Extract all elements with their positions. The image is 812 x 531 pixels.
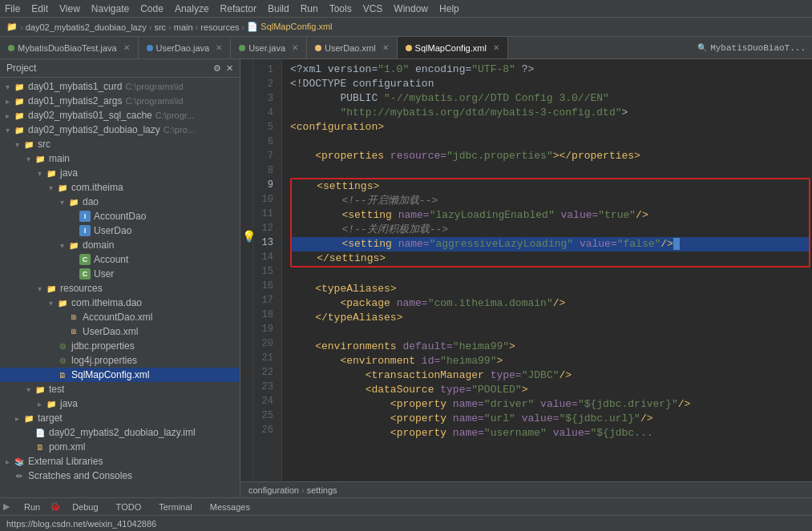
list-item[interactable]: ⚙ jdbc.properties <box>0 339 240 353</box>
item-label: log4j.properties <box>71 355 137 366</box>
right-tab-label[interactable]: MybatisDuoBiaoT... <box>710 43 806 53</box>
breadcrumb-item[interactable]: main <box>174 22 193 32</box>
tree-arrow: ▸ <box>2 457 13 466</box>
list-item[interactable]: 🗎 AccountDao.xml <box>0 310 240 324</box>
code-line: <configuration> <box>290 120 812 135</box>
menu-refactor[interactable]: Refactor <box>220 3 257 14</box>
menu-edit[interactable]: Edit <box>31 3 48 14</box>
warning-marker: 💡 <box>242 230 256 243</box>
list-item[interactable]: ▾ 📁 src <box>0 137 240 151</box>
tab-sqlmapconfig[interactable]: SqlMapConfig.xml ✕ <box>398 37 508 58</box>
code-line <box>290 135 812 149</box>
item-label: AccountDao.xml <box>83 312 152 323</box>
menu-build[interactable]: Build <box>268 3 289 14</box>
breadcrumb-item[interactable]: day02_mybatis2_duobiao_lazy <box>26 22 147 32</box>
item-label: jdbc.properties <box>71 340 135 352</box>
breadcrumb-item[interactable]: src <box>154 22 166 32</box>
item-label: day02_mybatis2_duobiao_lazy <box>28 124 160 135</box>
code-lines[interactable]: <?xml version="1.0" encoding="UTF-8" ?> … <box>282 59 812 481</box>
list-item[interactable]: ▸ 📁 day02_mybatis01_sql_cache C:\progr..… <box>0 108 240 123</box>
code-line: <typeAliases> <box>290 282 812 296</box>
sidebar-icon-close[interactable]: ✕ <box>226 63 233 74</box>
tab-run[interactable]: Run <box>16 501 48 513</box>
tab-close[interactable]: ✕ <box>216 43 222 52</box>
list-item[interactable]: ▾ 📁 domain <box>0 238 240 252</box>
tree-arrow: ▾ <box>22 155 34 163</box>
tab-icon <box>315 45 321 51</box>
tab-userdao[interactable]: UserDao.java ✕ <box>139 37 232 58</box>
xml-icon: 🗎 <box>34 440 46 453</box>
code-line: <?xml version="1.0" encoding="UTF-8" ?> <box>290 62 812 77</box>
props-icon: ⚙ <box>56 354 69 367</box>
list-item[interactable]: 📄 day02_mybatis2_duobiao_lazy.iml <box>0 425 240 440</box>
item-path: C:\progr... <box>156 111 194 120</box>
tab-close[interactable]: ✕ <box>123 43 130 52</box>
code-line: <environments default="heima99"> <box>290 340 812 354</box>
status-text: https://blog.csdn.net/weixin_41042886 <box>6 519 156 529</box>
list-item[interactable]: ▸ 📁 day01_mybatis2_args C:\programs\id <box>0 94 240 108</box>
item-label: AccountDao <box>94 211 146 222</box>
code-line: <properties resource="jdbc.properties"><… <box>290 149 812 163</box>
list-item[interactable]: 🗎 pom.xml <box>0 440 240 454</box>
sidebar-title: Project <box>6 62 36 74</box>
item-label: test <box>49 384 64 395</box>
list-item[interactable]: ▸ 📁 java <box>0 396 240 411</box>
tab-label: UserDao.xml <box>325 43 376 53</box>
list-item[interactable]: 🗎 SqlMapConfig.xml <box>0 368 240 382</box>
menu-file[interactable]: File <box>5 3 20 14</box>
props-icon: ⚙ <box>56 340 69 352</box>
menu-analyze[interactable]: Analyze <box>175 3 209 14</box>
list-item[interactable]: ▾ 📁 day01_mybatis1_curd C:\programs\id <box>0 79 240 94</box>
menu-vcs[interactable]: VCS <box>363 3 383 14</box>
menu-navigate[interactable]: Navigate <box>91 3 129 14</box>
item-label: resources <box>60 283 103 294</box>
breadcrumb-item[interactable]: 📄 SqlMapConfig.xml <box>247 22 332 32</box>
menu-code[interactable]: Code <box>140 3 164 14</box>
tab-todo[interactable]: TODO <box>108 501 150 513</box>
menu-view[interactable]: View <box>59 3 80 14</box>
tab-close[interactable]: ✕ <box>493 43 499 52</box>
menu-run[interactable]: Run <box>301 3 318 14</box>
list-item[interactable]: ▸ 📁 target <box>0 411 240 425</box>
code-line: <setting name="lazyLoadingEnabled" value… <box>292 208 809 223</box>
list-item[interactable]: I AccountDao <box>0 209 240 223</box>
list-item[interactable]: I UserDao <box>0 223 240 238</box>
menu-window[interactable]: Window <box>394 3 428 14</box>
list-item[interactable]: 🗎 UserDao.xml <box>0 324 240 339</box>
tab-user[interactable]: User.java ✕ <box>231 37 307 58</box>
folder-icon: 📁 <box>56 296 69 309</box>
menu-tools[interactable]: Tools <box>329 3 352 14</box>
libraries-icon: 📚 <box>13 455 26 468</box>
tab-terminal[interactable]: Terminal <box>151 501 200 513</box>
list-item[interactable]: ⚙ log4j.properties <box>0 353 240 368</box>
code-line: <property name="url" value="${jdbc.url}"… <box>290 412 812 426</box>
menu-help[interactable]: Help <box>439 3 459 14</box>
item-path: C:\pro... <box>164 125 195 135</box>
list-item[interactable]: ▸ 📚 External Libraries <box>0 454 240 469</box>
item-label: pom.xml <box>49 441 85 453</box>
tab-debug[interactable]: Debug <box>64 501 106 513</box>
list-item[interactable]: C User <box>0 267 240 281</box>
tab-mybatisduobiaotest[interactable]: MybatisDuoBiaoTest.java ✕ <box>0 37 139 58</box>
item-label: main <box>49 153 70 164</box>
list-item[interactable]: ▾ 📁 main <box>0 151 240 166</box>
breadcrumb-item[interactable]: resources <box>200 22 239 32</box>
sidebar-icon-settings[interactable]: ⚙ <box>213 63 221 74</box>
list-item[interactable]: ▾ 📁 com.itheima.dao <box>0 296 240 310</box>
tab-close[interactable]: ✕ <box>292 43 298 52</box>
list-item[interactable]: ▾ 📁 test <box>0 382 240 396</box>
list-item[interactable]: ▾ 📁 java <box>0 166 240 180</box>
breadcrumb-item[interactable]: 📁 <box>6 22 18 32</box>
list-item[interactable]: ▾ 📁 resources <box>0 281 240 296</box>
list-item[interactable]: ▾ 📁 com.itheima <box>0 180 240 195</box>
tab-userdaoxml[interactable]: UserDao.xml ✕ <box>307 37 398 58</box>
item-label: src <box>38 139 50 150</box>
list-item[interactable]: ▾ 📁 dao <box>0 195 240 209</box>
tab-close[interactable]: ✕ <box>382 43 389 52</box>
list-item[interactable]: ▾ 📁 day02_mybatis2_duobiao_lazy C:\pro..… <box>0 123 240 137</box>
code-line: <!--开启懒加载--> <box>292 194 809 208</box>
tab-messages[interactable]: Messages <box>202 501 258 513</box>
list-item[interactable]: ✏ Scratches and Consoles <box>0 469 240 483</box>
list-item[interactable]: C Account <box>0 252 240 267</box>
code-line: </typeAliases> <box>290 311 812 325</box>
